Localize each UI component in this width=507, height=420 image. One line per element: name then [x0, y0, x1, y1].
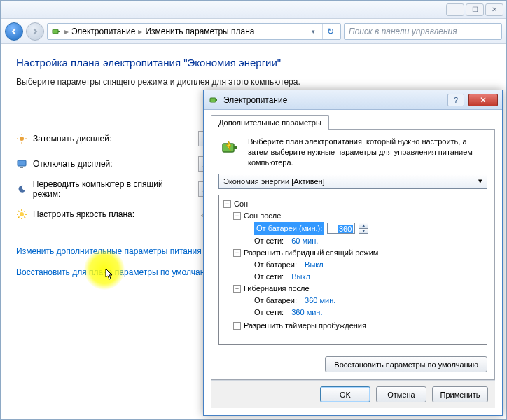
tree-sleep-after: Сон после [244, 210, 281, 222]
tab-advanced[interactable]: Дополнительные параметры [211, 115, 329, 130]
tree-battery-label[interactable]: От батареи (мин.): [254, 222, 324, 235]
search-placeholder: Поиск в панели управления [349, 27, 457, 36]
svg-rect-7 [18, 160, 26, 166]
power-plan-icon [218, 136, 241, 159]
svg-line-16 [18, 217, 20, 218]
help-button[interactable]: ? [447, 94, 464, 106]
tree-hibernate: Гибернация после [244, 283, 310, 295]
ok-button[interactable]: OK [320, 386, 370, 402]
spin-down-icon[interactable]: ▼ [359, 228, 368, 234]
svg-rect-8 [20, 167, 23, 168]
tree-hybrid: Разрешить гибридный спящий режим [244, 247, 378, 259]
tree-hib-plugged-value[interactable]: 360 мин. [291, 307, 322, 318]
spin-up-icon[interactable]: ▲ [359, 223, 368, 228]
minimize-button[interactable]: — [446, 4, 464, 16]
arrow-right-icon [31, 27, 39, 36]
search-input[interactable]: Поиск в панели управления [344, 23, 502, 40]
svg-rect-19 [216, 99, 217, 101]
chevron-down-icon: ▾ [478, 176, 482, 186]
dialog-intro: Выберите план электропитания, который ну… [218, 136, 487, 168]
close-button[interactable]: ✕ [485, 4, 503, 16]
restore-defaults-button[interactable]: Восстановить параметры по умолчанию [325, 356, 487, 372]
setting-label: Отключать дисплей: [33, 159, 113, 169]
forward-button[interactable] [26, 22, 44, 41]
power-options-dialog: Электропитание ? ✕ Дополнительные параме… [203, 90, 503, 416]
tree-hib-battery-label: От батареи: [254, 295, 297, 307]
refresh-button[interactable]: ↻ [322, 24, 338, 39]
expand-toggle[interactable]: − [233, 249, 241, 257]
svg-rect-18 [210, 98, 216, 102]
battery-icon [208, 94, 219, 106]
tree-hib-plugged-label: От сети: [254, 307, 284, 318]
tree-hybrid-plugged-value[interactable]: Выкл [291, 271, 310, 283]
power-plan-selected: Экономия энергии [Активен] [223, 177, 325, 186]
dim-display-icon [16, 133, 27, 144]
display-off-icon [16, 158, 27, 169]
setting-label: Переводить компьютер в спящий режим: [33, 179, 191, 199]
maximize-button[interactable]: ☐ [466, 4, 484, 16]
spinner-buttons[interactable]: ▲▼ [359, 223, 368, 234]
svg-rect-21 [234, 146, 237, 149]
arrow-left-icon [10, 27, 18, 36]
svg-rect-1 [58, 31, 60, 32]
expand-toggle[interactable]: + [233, 322, 241, 330]
dialog-title: Электропитание [223, 95, 287, 105]
expand-toggle[interactable]: − [233, 212, 241, 220]
power-plan-dropdown[interactable]: Экономия энергии [Активен] ▾ [218, 174, 487, 189]
breadcrumb-separator-icon: ▸ [138, 27, 142, 36]
brightness-icon [16, 209, 27, 220]
svg-line-14 [18, 211, 20, 212]
page-subtitle: Выберите параметры спящего режима и дисп… [16, 77, 491, 87]
tab-pane: Выберите план электропитания, который ну… [211, 129, 495, 380]
dialog-body: Дополнительные параметры Выберите план э… [204, 110, 502, 415]
setting-label: Затемнить дисплей: [33, 134, 111, 144]
expand-toggle[interactable]: − [223, 200, 231, 208]
expand-toggle[interactable]: − [233, 285, 241, 293]
cancel-button[interactable]: Отмена [376, 386, 426, 402]
address-dropdown-button[interactable]: ▾ [307, 24, 319, 39]
tree-hybrid-plugged-label: От сети: [254, 271, 284, 283]
settings-tree[interactable]: −Сон −Сон после От батареи (мин.): 360 ▲… [218, 195, 487, 345]
svg-point-2 [20, 136, 24, 141]
setting-label: Настроить яркость плана: [33, 209, 134, 219]
sleep-icon [16, 183, 27, 195]
dialog-titlebar: Электропитание ? ✕ [204, 90, 502, 110]
dialog-close-button[interactable]: ✕ [468, 94, 498, 106]
parent-titlebar: — ☐ ✕ [1, 1, 506, 19]
dialog-button-row: OK Отмена Применить [211, 380, 495, 408]
breadcrumb-separator-icon: ▸ [64, 27, 69, 36]
svg-point-9 [20, 212, 24, 216]
sleep-battery-value-input[interactable]: 360 [327, 223, 355, 234]
breadcrumb-item[interactable]: Электропитание [71, 27, 135, 36]
navigation-bar: ▸ Электропитание ▸ Изменить параметры пл… [1, 19, 506, 44]
page-title: Настройка плана электропитания "Экономия… [16, 57, 491, 69]
svg-line-17 [25, 211, 26, 212]
svg-line-15 [25, 217, 26, 218]
tree-hybrid-battery-label: От батареи: [254, 259, 297, 271]
apply-button[interactable]: Применить [432, 386, 488, 402]
tree-wake: Разрешить таймеры пробуждения [244, 320, 366, 332]
breadcrumb-item[interactable]: Изменить параметры плана [145, 27, 254, 36]
tree-sleep: Сон [234, 198, 248, 210]
battery-icon [50, 26, 62, 37]
address-bar[interactable]: ▸ Электропитание ▸ Изменить параметры пл… [47, 23, 341, 40]
tree-plugged-label: От сети: [254, 235, 284, 247]
dialog-intro-text: Выберите план электропитания, который ну… [248, 136, 487, 168]
back-button[interactable] [5, 22, 23, 41]
tab-strip: Дополнительные параметры [211, 114, 495, 129]
svg-rect-0 [53, 29, 58, 34]
tree-hybrid-battery-value[interactable]: Выкл [305, 259, 324, 271]
tree-hib-battery-value[interactable]: 360 мин. [305, 295, 335, 307]
tree-plugged-value[interactable]: 60 мин. [291, 235, 318, 247]
